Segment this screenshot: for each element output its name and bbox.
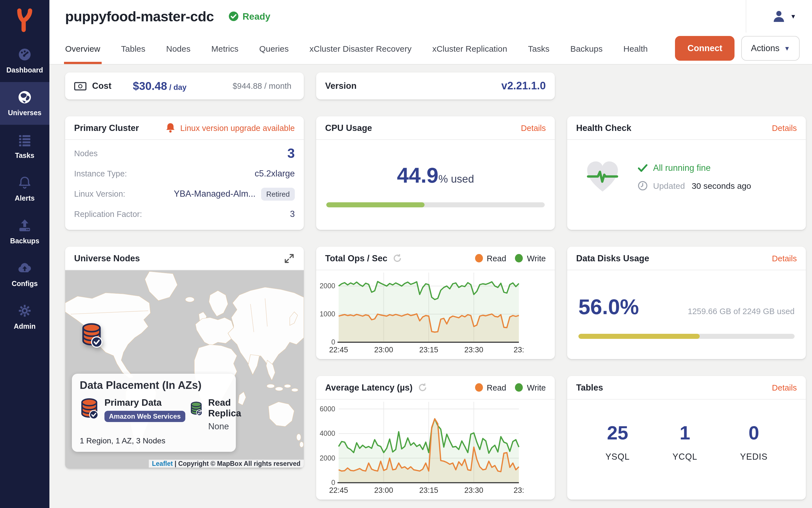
- write-dot-icon: [515, 383, 523, 392]
- cluster-row-replication-factor: Replication Factor: 3: [74, 204, 295, 224]
- legend-read: Read: [475, 383, 506, 392]
- primary-node-marker[interactable]: [80, 322, 103, 350]
- health-status-text: All running fine: [653, 163, 711, 173]
- sidebar-item-admin[interactable]: Admin: [0, 296, 49, 338]
- svg-text:23:30: 23:30: [464, 486, 483, 495]
- cluster-row-instance-type: Instance Type: c5.2xlarge: [74, 164, 295, 184]
- sidebar-item-backups[interactable]: Backups: [0, 210, 49, 253]
- tab-metrics[interactable]: Metrics: [211, 33, 238, 64]
- retired-badge: Retired: [261, 187, 295, 200]
- health-check-title: Health Check: [576, 123, 631, 133]
- cost-label: Cost: [92, 81, 111, 91]
- actions-button[interactable]: Actions ▼: [742, 36, 800, 61]
- avg-latency-title: Average Latency (µs): [325, 382, 413, 392]
- legend-read: Read: [475, 254, 506, 263]
- svg-text:6000: 6000: [320, 405, 335, 413]
- total-ops-card: Total Ops / Sec Read Write 01000200022:4…: [316, 247, 555, 359]
- refresh-icon[interactable]: [392, 253, 402, 263]
- topbar: puppyfood-master-cdc Ready ▼ Overview Ta…: [49, 0, 812, 65]
- world-map[interactable]: Data Placement (In AZs) Pri: [65, 270, 304, 469]
- tab-health[interactable]: Health: [623, 33, 648, 64]
- cpu-details-link[interactable]: Details: [521, 123, 546, 132]
- svg-text:23:00: 23:00: [374, 346, 393, 354]
- heartbeat-icon: [584, 159, 621, 194]
- health-updated-label: Updated: [653, 181, 685, 190]
- linux-upgrade-alert[interactable]: Linux version upgrade available: [165, 122, 295, 134]
- status-label: Ready: [243, 11, 270, 22]
- sidebar-item-tasks[interactable]: Tasks: [0, 125, 49, 167]
- dashboard-gauge-icon: [1, 46, 48, 63]
- connect-button[interactable]: Connect: [675, 36, 735, 61]
- svg-text:23:00: 23:00: [374, 486, 393, 495]
- read-replica-label: Read Replica: [208, 397, 247, 419]
- cost-per-month: $944.88 / month: [233, 82, 295, 90]
- primary-cluster-title: Primary Cluster: [74, 123, 139, 133]
- tables-ycql: 1 YCQL: [672, 422, 697, 462]
- disks-usage-text: 1259.66 GB of 2249 GB used: [688, 307, 795, 316]
- svg-text:23:30: 23:30: [464, 346, 483, 354]
- tab-tables[interactable]: Tables: [121, 33, 145, 64]
- total-ops-chart: 01000200022:4523:0023:1523:3023:: [316, 270, 555, 359]
- app-window: Dashboard Universes Tasks Alerts Backups: [0, 0, 812, 508]
- svg-text:23:: 23:: [514, 346, 524, 354]
- tables-title: Tables: [576, 382, 603, 392]
- leaflet-link[interactable]: Leaflet: [152, 460, 173, 467]
- map-attribution: Leaflet | Copyright © MapBox All rights …: [148, 460, 304, 468]
- sidebar-item-label: Dashboard: [6, 66, 43, 74]
- tab-overview[interactable]: Overview: [65, 33, 100, 64]
- sidebar-item-dashboard[interactable]: Dashboard: [0, 39, 49, 82]
- read-dot-icon: [475, 383, 483, 392]
- health-status-row: All running fine: [638, 163, 751, 173]
- status-badge: Ready: [229, 11, 270, 22]
- svg-text:22:45: 22:45: [329, 486, 348, 495]
- tables-ysql: 25 YSQL: [605, 422, 630, 462]
- legend-write: Write: [515, 254, 546, 263]
- svg-text:0: 0: [331, 478, 335, 486]
- cpu-usage-title: CPU Usage: [325, 123, 372, 133]
- provider-badge: Amazon Web Services: [104, 411, 185, 422]
- sidebar-item-label: Admin: [14, 323, 36, 330]
- tables-details-link[interactable]: Details: [772, 383, 797, 392]
- cost-per-day: $30.48 / day: [133, 80, 186, 92]
- svg-text:0: 0: [331, 338, 335, 346]
- version-label: Version: [325, 81, 356, 91]
- sidebar: Dashboard Universes Tasks Alerts Backups: [0, 0, 49, 508]
- tab-nodes[interactable]: Nodes: [166, 33, 191, 64]
- sidebar-item-label: Configs: [11, 280, 38, 288]
- avg-latency-card: Average Latency (µs) Read Write 02000400…: [316, 376, 555, 500]
- data-disks-title: Data Disks Usage: [576, 253, 649, 263]
- tables-card: Tables Details 25 YSQL 1 YCQL 0 YEDIS: [567, 376, 806, 500]
- sidebar-item-alerts[interactable]: Alerts: [0, 167, 49, 210]
- legend-write: Write: [515, 383, 546, 392]
- tab-xcluster-dr[interactable]: xCluster Disaster Recovery: [309, 33, 411, 64]
- gear-icon: [1, 302, 48, 319]
- cluster-row-nodes: Nodes 3: [74, 143, 295, 164]
- read-dot-icon: [475, 254, 483, 262]
- sidebar-item-universes[interactable]: Universes: [0, 82, 49, 125]
- disks-details-link[interactable]: Details: [772, 254, 797, 263]
- sidebar-item-label: Backups: [10, 237, 39, 245]
- user-menu[interactable]: ▼: [746, 0, 800, 33]
- version-value: v2.21.1.0: [501, 80, 546, 92]
- cloud-upload-icon: [1, 260, 48, 277]
- health-details-link[interactable]: Details: [772, 123, 797, 132]
- sidebar-item-configs[interactable]: Configs: [0, 253, 49, 296]
- bell-icon: [1, 174, 48, 191]
- tab-xcluster-replication[interactable]: xCluster Replication: [432, 33, 507, 64]
- svg-text:4000: 4000: [320, 429, 335, 437]
- expand-icon[interactable]: [284, 253, 295, 264]
- health-check-card: Health Check Details All running fine: [567, 116, 806, 230]
- globe-icon: [1, 89, 48, 105]
- tab-queries[interactable]: Queries: [259, 33, 289, 64]
- primary-db-icon: [80, 397, 99, 420]
- refresh-icon[interactable]: [418, 383, 427, 392]
- tabs: Overview Tables Nodes Metrics Queries xC…: [49, 33, 812, 64]
- yugabyte-logo[interactable]: [0, 0, 49, 39]
- svg-text:2000: 2000: [320, 454, 335, 462]
- svg-text:22:45: 22:45: [329, 346, 348, 354]
- alert-bell-icon: [165, 122, 176, 134]
- tab-backups[interactable]: Backups: [570, 33, 603, 64]
- health-updated-value: 30 seconds ago: [691, 181, 751, 190]
- data-disks-card: Data Disks Usage Details 56.0% 1259.66 G…: [567, 247, 806, 359]
- tab-tasks[interactable]: Tasks: [528, 33, 550, 64]
